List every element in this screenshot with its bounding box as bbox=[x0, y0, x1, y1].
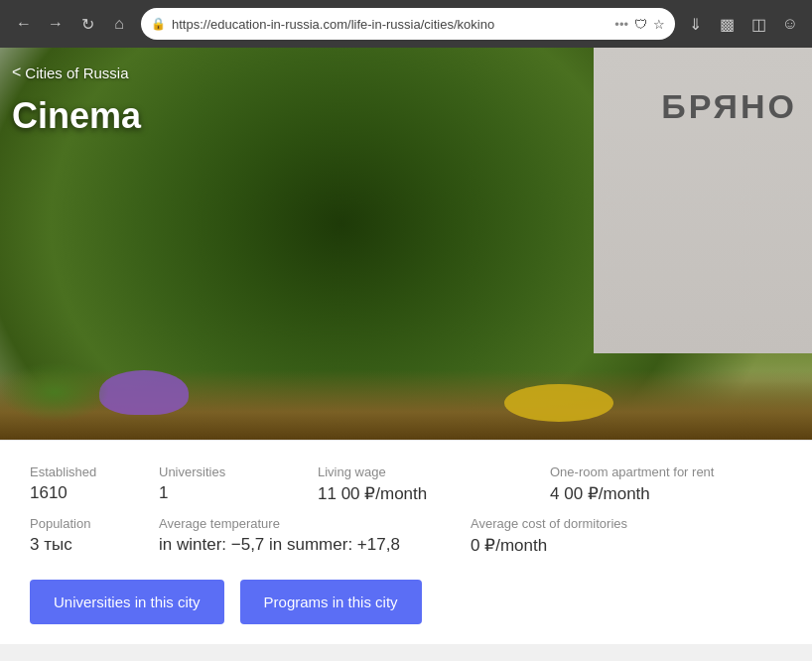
toolbar-right: ⇓ ▩ ◫ ☺ bbox=[683, 12, 802, 36]
account-icon[interactable]: ☺ bbox=[778, 12, 802, 36]
living-wage-item: Living wage 11 00 ₽/month bbox=[318, 464, 550, 504]
established-value: 1610 bbox=[30, 483, 159, 503]
page-content: БРЯНО < Cities of Russia Cinema Establis… bbox=[0, 48, 812, 644]
nav-buttons: ← → ↻ ⌂ bbox=[10, 10, 133, 38]
library-icon[interactable]: ▩ bbox=[715, 12, 739, 36]
address-bar[interactable]: 🔒 https://education-in-russia.com/life-i… bbox=[141, 8, 675, 40]
download-icon[interactable]: ⇓ bbox=[683, 12, 707, 36]
shield-icon: 🛡 bbox=[634, 17, 647, 32]
info-card: Established 1610 Universities 1 Living w… bbox=[0, 440, 812, 644]
back-button[interactable]: ← bbox=[10, 10, 38, 38]
hero-yellow-flowers bbox=[504, 384, 613, 422]
population-item: Population 3 тыс bbox=[30, 516, 159, 556]
avg-temp-item: Average temperature in winter: −5,7 in s… bbox=[159, 516, 471, 556]
info-row-2: Population 3 тыс Average temperature in … bbox=[30, 516, 782, 556]
breadcrumb-label: Cities of Russia bbox=[25, 65, 128, 81]
hero-purple-flowers bbox=[99, 370, 189, 415]
universities-label: Universities bbox=[159, 464, 318, 479]
buttons-row: Universities in this city Programs in th… bbox=[30, 580, 782, 624]
living-wage-label: Living wage bbox=[318, 464, 550, 479]
living-wage-value: 11 00 ₽/month bbox=[318, 483, 550, 504]
info-row-1: Established 1610 Universities 1 Living w… bbox=[30, 464, 782, 504]
universities-value: 1 bbox=[159, 483, 318, 503]
one-room-value: 4 00 ₽/month bbox=[550, 483, 782, 504]
reload-button[interactable]: ↻ bbox=[73, 10, 101, 38]
established-item: Established 1610 bbox=[30, 464, 159, 504]
home-button[interactable]: ⌂ bbox=[105, 10, 133, 38]
star-icon[interactable]: ☆ bbox=[653, 17, 665, 32]
lock-icon: 🔒 bbox=[151, 17, 166, 31]
one-room-label: One-room apartment for rent bbox=[550, 464, 782, 479]
forward-button[interactable]: → bbox=[42, 10, 69, 38]
population-value: 3 тыс bbox=[30, 535, 159, 555]
browser-toolbar: ← → ↻ ⌂ 🔒 https://education-in-russia.co… bbox=[0, 0, 812, 48]
hero-left-bush bbox=[0, 362, 109, 422]
page-title: Cinema bbox=[12, 95, 141, 137]
breadcrumb[interactable]: < Cities of Russia bbox=[12, 64, 129, 81]
one-room-item: One-room apartment for rent 4 00 ₽/month bbox=[550, 464, 782, 504]
more-options-dots[interactable]: ••• bbox=[614, 17, 628, 32]
avg-temp-value: in winter: −5,7 in summer: +17,8 bbox=[159, 535, 471, 555]
sidebar-icon[interactable]: ◫ bbox=[746, 12, 770, 36]
programs-in-city-button[interactable]: Programs in this city bbox=[240, 580, 422, 624]
breadcrumb-arrow-icon: < bbox=[12, 64, 21, 81]
universities-item: Universities 1 bbox=[159, 464, 318, 504]
avg-dorm-item: Average cost of dormitories 0 ₽/month bbox=[471, 516, 782, 556]
avg-dorm-value: 0 ₽/month bbox=[471, 535, 782, 556]
avg-dorm-label: Average cost of dormitories bbox=[471, 516, 782, 531]
avg-temp-label: Average temperature bbox=[159, 516, 471, 531]
url-text: https://education-in-russia.com/life-in-… bbox=[172, 17, 609, 32]
universities-in-city-button[interactable]: Universities in this city bbox=[30, 580, 224, 624]
established-label: Established bbox=[30, 464, 159, 479]
hero-image: БРЯНО < Cities of Russia Cinema bbox=[0, 48, 812, 440]
hero-building-text: БРЯНО bbox=[661, 87, 797, 126]
population-label: Population bbox=[30, 516, 159, 531]
